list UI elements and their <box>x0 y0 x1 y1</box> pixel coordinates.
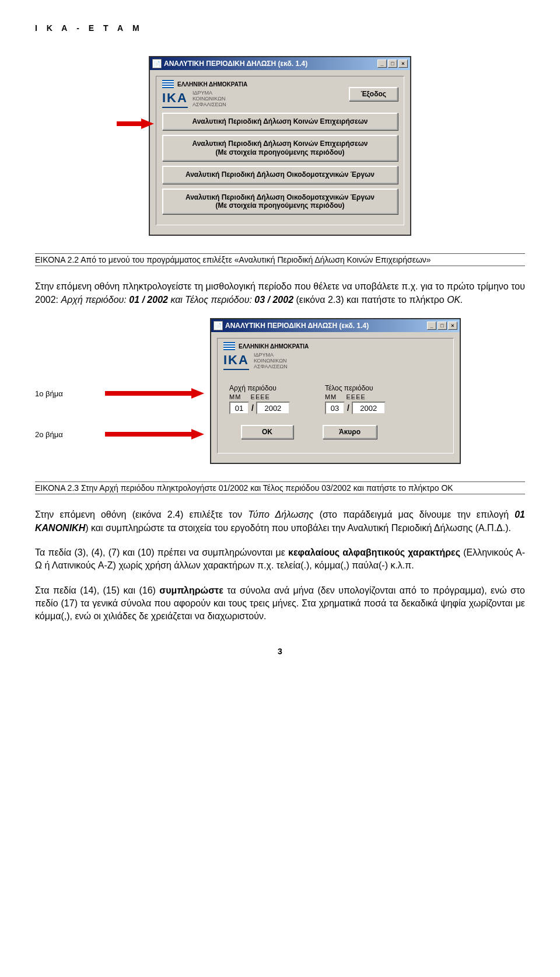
start-year-input[interactable] <box>256 402 290 414</box>
p3-a: Τα πεδία (3), (4), (7) και (10) πρέπει ν… <box>35 547 288 557</box>
end-period-label: Τέλος περιόδου <box>325 384 386 392</box>
step-2-label: 2ο βήμα <box>35 430 105 439</box>
menu-common-declaration-button[interactable]: Αναλυτική Περιοδική Δήλωση Κοινών Επιχει… <box>162 113 398 130</box>
ika-line3: ΑΣΦΑΛΙΣΕΩΝ <box>192 102 226 108</box>
app-window-2: 📄 ΑΝΑΛΥΤΙΚΗ ΠΕΡΙΟΔΙΚΗ ΔΗΛΩΣΗ (εκδ. 1.4) … <box>210 318 461 464</box>
window-title-2: ΑΝΑΛΥΤΙΚΗ ΠΕΡΙΟΔΙΚΗ ΔΗΛΩΣΗ (εκδ. 1.4) <box>225 322 427 330</box>
minimize-icon-2[interactable]: _ <box>427 322 436 330</box>
svg-rect-4 <box>105 432 191 437</box>
menu-construction-button[interactable]: Αναλυτική Περιοδική Δήλωση Οικοδομοτεχνι… <box>162 166 398 183</box>
start-mm-header: MM <box>229 393 241 400</box>
btn4-line2: (Με στοιχεία προηγούμενης περιόδου) <box>216 201 345 210</box>
p4-b: συμπληρώστε <box>159 585 223 595</box>
ok-button[interactable]: OK <box>241 425 293 439</box>
ika2-line3: ΑΣΦΑΛΙΣΕΩΝ <box>254 364 288 370</box>
gov-header-2: ΕΛΛΗΝΙΚΗ ΔΗΜΟΚΡΑΤΙΑ <box>239 343 309 350</box>
paragraph-3: Τα πεδία (3), (4), (7) και (10) πρέπει ν… <box>35 546 525 573</box>
p1-d: και <box>168 295 185 305</box>
maximize-icon-2[interactable]: □ <box>438 322 447 330</box>
app-icon: 📄 <box>152 59 162 68</box>
start-period-label: Αρχή περιόδου <box>229 384 290 392</box>
minimize-icon[interactable]: _ <box>377 60 387 68</box>
p2-c: (στο παράδειγμά μας δίνουμε την επιλογή <box>320 510 515 519</box>
end-mm-header: MM <box>325 393 337 400</box>
btn4-line1: Αναλυτική Περιοδική Δήλωση Οικοδομοτεχνι… <box>186 193 374 201</box>
p2-e: ) και συμπληρώστε τα στοιχεία του εργοδό… <box>85 523 511 533</box>
end-yyyy-header: ΕΕΕΕ <box>346 393 365 400</box>
btn2-line1: Αναλυτική Περιοδική Δήλωση Κοινών Επιχει… <box>192 139 368 148</box>
titlebar-2: 📄 ΑΝΑΛΥΤΙΚΗ ΠΕΡΙΟΔΙΚΗ ΔΗΛΩΣΗ (εκδ. 1.4) … <box>211 319 460 332</box>
end-month-input[interactable] <box>325 402 345 414</box>
start-yyyy-header: ΕΕΕΕ <box>251 393 270 400</box>
red-arrow-step1-icon <box>105 388 204 399</box>
svg-marker-3 <box>191 388 204 399</box>
p2-a: Στην επόμενη οθόνη (εικόνα 2.4) επιλέξτε… <box>35 510 248 519</box>
ika-subtitle-2: ΙΔΡΥΜΑ ΚΟΙΝΩΝΙΚΩΝ ΑΣΦΑΛΙΣΕΩΝ <box>254 353 288 370</box>
step-1-label: 1ο βήμα <box>35 389 105 398</box>
paragraph-2: Στην επόμενη οθόνη (εικόνα 2.4) επιλέξτε… <box>35 508 525 535</box>
cancel-button[interactable]: Άκυρο <box>323 425 377 439</box>
red-arrow-icon <box>117 118 158 129</box>
start-month-input[interactable] <box>229 402 249 414</box>
end-year-input[interactable] <box>352 402 386 414</box>
p4-a: Στα πεδία (14), (15) και (16) <box>35 585 159 595</box>
p1-b: Αρχή περιόδου: <box>61 295 129 305</box>
p1-c: 01 / 2002 <box>129 295 168 305</box>
gov-header-1: ΕΛΛΗΝΙΚΗ ΔΗΜΟΚΡΑΤΙΑ <box>177 81 247 88</box>
p1-f: 03 / 2002 <box>254 295 296 305</box>
app-window-1: 📄 ΑΝΑΛΥΤΙΚΗ ΠΕΡΙΟΔΙΚΗ ΔΗΛΩΣΗ (εκδ. 1.4) … <box>149 56 411 236</box>
figure-caption-1: ΕΙΚΟΝΑ 2.2 Από το μενού του προγράμματος… <box>35 253 525 266</box>
close-icon-2[interactable]: × <box>448 322 457 330</box>
figure-caption-2: ΕΙΚΟΝΑ 2.3 Στην Αρχή περιόδου πληκτρολογ… <box>35 481 525 494</box>
btn2-line2: (Με στοιχεία προηγούμενης περιόδου) <box>216 148 345 156</box>
svg-marker-1 <box>141 118 154 129</box>
slash-1: / <box>251 403 254 413</box>
window-title-1: ΑΝΑΛΥΤΙΚΗ ΠΕΡΙΟΔΙΚΗ ΔΗΛΩΣΗ (εκδ. 1.4) <box>164 60 377 68</box>
page-number: 3 <box>35 647 525 656</box>
red-arrow-step2-icon <box>105 429 204 439</box>
ika-subtitle-1: ΙΔΡΥΜΑ ΚΟΙΝΩΝΙΚΩΝ ΑΣΦΑΛΙΣΕΩΝ <box>192 90 226 108</box>
page-header: Ι Κ Α - Ε Τ Α Μ <box>35 23 525 33</box>
paragraph-4: Στα πεδία (14), (15) και (16) συμπληρώστ… <box>35 584 525 623</box>
start-period-group: Αρχή περιόδου MM ΕΕΕΕ / <box>229 384 290 414</box>
p1-h: ΟΚ. <box>447 295 463 305</box>
app-icon-2: 📄 <box>214 321 223 330</box>
p3-b: κεφαλαίους αλφαβητικούς χαρακτήρες <box>288 547 460 557</box>
p2-b: Τύπο Δήλωσης <box>248 510 319 519</box>
menu-construction-prev-button[interactable]: Αναλυτική Περιοδική Δήλωση Οικοδομοτεχνι… <box>162 189 398 215</box>
close-icon[interactable]: × <box>398 60 408 68</box>
svg-marker-5 <box>191 429 204 439</box>
slash-2: / <box>347 403 349 413</box>
paragraph-1: Στην επόμενη οθόνη πληκτρολογείστε τη μι… <box>35 280 525 306</box>
maximize-icon[interactable]: □ <box>388 60 397 68</box>
p1-g: (εικόνα 2.3) και πατήστε το πλήκτρο <box>296 295 447 305</box>
flag-icon <box>162 80 174 88</box>
menu-common-prev-button[interactable]: Αναλυτική Περιοδική Δήλωση Κοινών Επιχει… <box>162 135 398 161</box>
ika-logo-2: IKA <box>223 353 249 370</box>
end-period-group: Τέλος περιόδου MM ΕΕΕΕ / <box>325 384 386 414</box>
ika-logo-1: IKA <box>162 90 188 108</box>
svg-rect-0 <box>117 121 141 126</box>
exit-button[interactable]: Έξοδος <box>349 87 398 101</box>
p1-e: Τέλος περιόδου: <box>185 295 254 305</box>
svg-rect-2 <box>105 391 191 396</box>
flag-icon-2 <box>223 342 235 350</box>
titlebar-1: 📄 ΑΝΑΛΥΤΙΚΗ ΠΕΡΙΟΔΙΚΗ ΔΗΛΩΣΗ (εκδ. 1.4) … <box>150 57 410 70</box>
